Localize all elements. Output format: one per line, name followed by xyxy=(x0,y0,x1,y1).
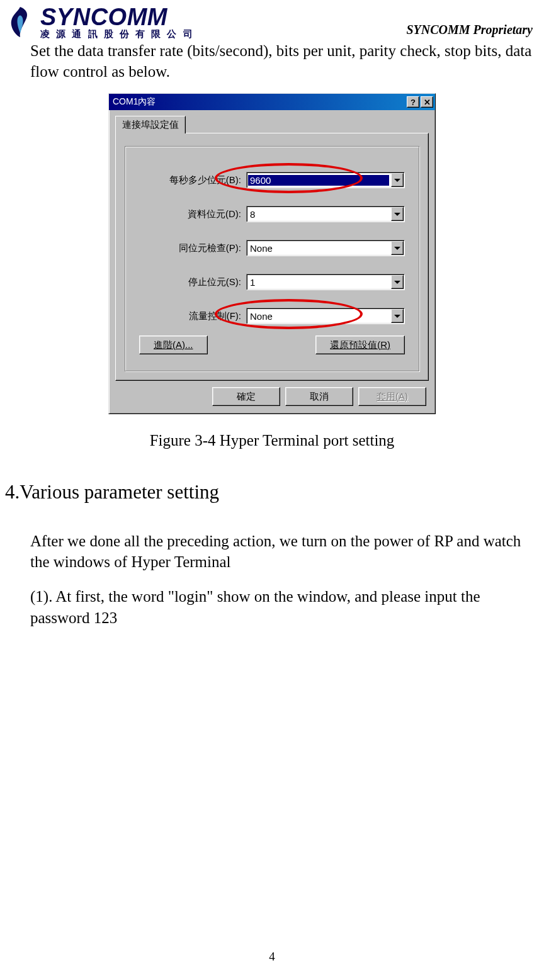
baud-row: 每秒多少位元(B): 9600 xyxy=(139,172,405,188)
databits-value: 8 xyxy=(247,209,390,220)
figure-caption: Figure 3-4 Hyper Terminal port setting xyxy=(0,432,544,449)
parity-row: 同位元檢查(P): None xyxy=(139,240,405,256)
section-heading: 4.Various parameter setting xyxy=(5,481,544,504)
com-properties-dialog: COM1內容 ? ✕ 連接埠設定值 每秒多少位元(B): 9600 xyxy=(108,93,436,414)
advanced-label: 進階(A)... xyxy=(154,339,193,350)
flow-label: 流量控制(F): xyxy=(139,310,246,322)
stopbits-label: 停止位元(S): xyxy=(139,276,246,288)
body-paragraph-2: (1). At first, the word "login" show on … xyxy=(30,586,539,629)
dialog-title: COM1內容 xyxy=(111,96,407,108)
intro-paragraph: Set the data transfer rate (bits/second)… xyxy=(0,41,544,82)
tab-port-settings[interactable]: 連接埠設定值 xyxy=(115,116,186,133)
flow-combo[interactable]: None xyxy=(246,308,405,324)
ok-button[interactable]: 確定 xyxy=(212,387,280,406)
chevron-down-icon[interactable] xyxy=(391,241,404,255)
cancel-button[interactable]: 取消 xyxy=(285,387,353,406)
stopbits-value: 1 xyxy=(247,277,390,288)
parity-combo[interactable]: None xyxy=(246,240,405,256)
flow-value: None xyxy=(247,311,390,322)
close-button[interactable]: ✕ xyxy=(421,96,433,108)
parity-label: 同位元檢查(P): xyxy=(139,242,246,254)
chevron-down-icon[interactable] xyxy=(391,309,404,323)
logo-sub-text: 凌 源 通 訊 股 份 有 限 公 司 xyxy=(40,29,195,38)
apply-label: 套用(A) xyxy=(377,391,408,403)
settings-group: 每秒多少位元(B): 9600 資料位元(D): 8 xyxy=(125,146,419,371)
help-button[interactable]: ? xyxy=(407,96,419,108)
databits-row: 資料位元(D): 8 xyxy=(139,206,405,222)
chevron-down-icon[interactable] xyxy=(391,275,404,289)
parity-value: None xyxy=(247,243,390,254)
restore-label: 還原預設值(R) xyxy=(330,339,390,350)
group-button-row: 進階(A)... 還原預設值(R) xyxy=(139,335,405,354)
dialog-button-row: 確定 取消 套用(A) xyxy=(109,381,435,414)
page-number: 4 xyxy=(0,950,544,964)
page-header: SYNCOMM 凌 源 通 訊 股 份 有 限 公 司 SYNCOMM Prop… xyxy=(0,0,544,38)
databits-label: 資料位元(D): xyxy=(139,208,246,220)
apply-button[interactable]: 套用(A) xyxy=(358,387,426,406)
baud-label: 每秒多少位元(B): xyxy=(139,174,246,186)
stopbits-row: 停止位元(S): 1 xyxy=(139,274,405,290)
tab-strip: 連接埠設定值 每秒多少位元(B): 9600 資料位元(D): xyxy=(109,110,435,381)
flow-row: 流量控制(F): None xyxy=(139,308,405,324)
baud-value: 9600 xyxy=(248,175,389,186)
advanced-button[interactable]: 進階(A)... xyxy=(139,335,208,354)
logo-icon xyxy=(5,6,35,38)
databits-combo[interactable]: 8 xyxy=(246,206,405,222)
chevron-down-icon[interactable] xyxy=(391,207,404,221)
body-paragraph-1: After we done all the preceding action, … xyxy=(30,531,539,572)
tab-panel: 每秒多少位元(B): 9600 資料位元(D): 8 xyxy=(115,133,429,381)
stopbits-combo[interactable]: 1 xyxy=(246,274,405,290)
restore-defaults-button[interactable]: 還原預設值(R) xyxy=(315,335,405,354)
logo: SYNCOMM 凌 源 通 訊 股 份 有 限 公 司 xyxy=(5,5,195,38)
chevron-down-icon[interactable] xyxy=(391,173,404,187)
proprietary-label: SYNCOMM Proprietary xyxy=(406,23,533,38)
logo-main-text: SYNCOMM xyxy=(40,5,195,29)
baud-combo[interactable]: 9600 xyxy=(246,172,405,188)
dialog-titlebar: COM1內容 ? ✕ xyxy=(109,94,435,110)
